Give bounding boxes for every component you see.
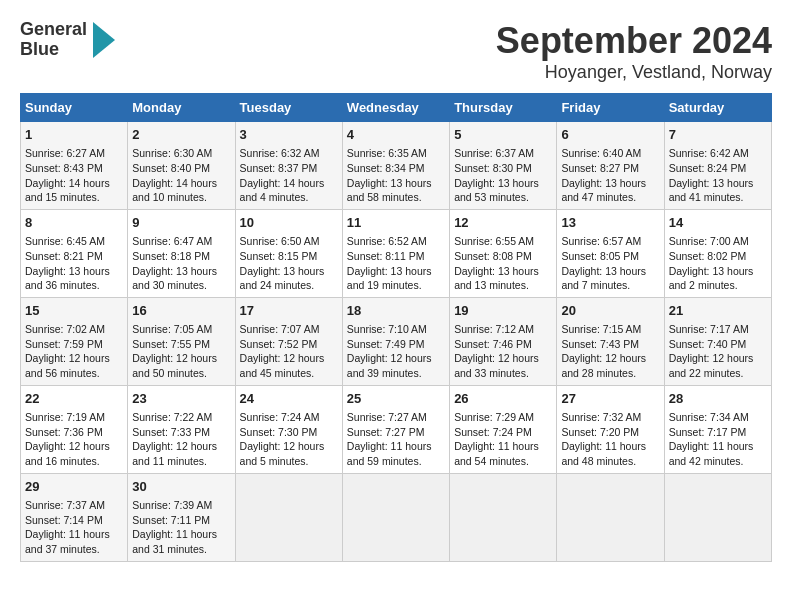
cell-line: and 48 minutes. (561, 454, 659, 469)
cell-line: Sunset: 8:21 PM (25, 249, 123, 264)
calendar-header-cell: Monday (128, 94, 235, 122)
calendar-cell: 26Sunrise: 7:29 AMSunset: 7:24 PMDayligh… (450, 385, 557, 473)
day-number: 25 (347, 390, 445, 408)
day-number: 7 (669, 126, 767, 144)
cell-line: and 33 minutes. (454, 366, 552, 381)
cell-line: Sunrise: 7:17 AM (669, 322, 767, 337)
cell-line: Sunrise: 7:32 AM (561, 410, 659, 425)
calendar-cell: 21Sunrise: 7:17 AMSunset: 7:40 PMDayligh… (664, 297, 771, 385)
cell-line: Sunrise: 6:55 AM (454, 234, 552, 249)
cell-line: and 42 minutes. (669, 454, 767, 469)
calendar-cell: 16Sunrise: 7:05 AMSunset: 7:55 PMDayligh… (128, 297, 235, 385)
calendar-cell: 28Sunrise: 7:34 AMSunset: 7:17 PMDayligh… (664, 385, 771, 473)
cell-line: Sunset: 8:24 PM (669, 161, 767, 176)
title-area: September 2024 Hoyanger, Vestland, Norwa… (496, 20, 772, 83)
calendar-cell: 29Sunrise: 7:37 AMSunset: 7:14 PMDayligh… (21, 473, 128, 561)
cell-line: Daylight: 12 hours (561, 351, 659, 366)
calendar-cell: 15Sunrise: 7:02 AMSunset: 7:59 PMDayligh… (21, 297, 128, 385)
cell-line: and 58 minutes. (347, 190, 445, 205)
day-number: 8 (25, 214, 123, 232)
day-number: 17 (240, 302, 338, 320)
day-number: 1 (25, 126, 123, 144)
cell-line: Sunrise: 6:57 AM (561, 234, 659, 249)
cell-line: Sunset: 7:59 PM (25, 337, 123, 352)
calendar-cell: 13Sunrise: 6:57 AMSunset: 8:05 PMDayligh… (557, 209, 664, 297)
calendar-cell: 8Sunrise: 6:45 AMSunset: 8:21 PMDaylight… (21, 209, 128, 297)
calendar-cell: 25Sunrise: 7:27 AMSunset: 7:27 PMDayligh… (342, 385, 449, 473)
cell-line: Sunrise: 7:15 AM (561, 322, 659, 337)
cell-line: and 59 minutes. (347, 454, 445, 469)
calendar-week-row: 8Sunrise: 6:45 AMSunset: 8:21 PMDaylight… (21, 209, 772, 297)
calendar-cell: 1Sunrise: 6:27 AMSunset: 8:43 PMDaylight… (21, 122, 128, 210)
day-number: 13 (561, 214, 659, 232)
day-number: 3 (240, 126, 338, 144)
cell-line: Daylight: 12 hours (132, 351, 230, 366)
cell-line: Sunset: 7:30 PM (240, 425, 338, 440)
day-number: 5 (454, 126, 552, 144)
cell-line: Sunset: 8:43 PM (25, 161, 123, 176)
cell-line: and 36 minutes. (25, 278, 123, 293)
cell-line: Sunrise: 6:50 AM (240, 234, 338, 249)
day-number: 22 (25, 390, 123, 408)
calendar-cell: 12Sunrise: 6:55 AMSunset: 8:08 PMDayligh… (450, 209, 557, 297)
calendar-cell (235, 473, 342, 561)
calendar-week-row: 15Sunrise: 7:02 AMSunset: 7:59 PMDayligh… (21, 297, 772, 385)
cell-line: Sunset: 7:14 PM (25, 513, 123, 528)
cell-line: Sunset: 7:43 PM (561, 337, 659, 352)
cell-line: Sunrise: 6:52 AM (347, 234, 445, 249)
cell-line: Sunset: 7:40 PM (669, 337, 767, 352)
logo-arrow-icon (93, 22, 115, 58)
cell-line: and 56 minutes. (25, 366, 123, 381)
cell-line: Sunrise: 7:19 AM (25, 410, 123, 425)
day-number: 14 (669, 214, 767, 232)
day-number: 15 (25, 302, 123, 320)
cell-line: and 4 minutes. (240, 190, 338, 205)
cell-line: Sunrise: 7:24 AM (240, 410, 338, 425)
cell-line: Sunset: 8:40 PM (132, 161, 230, 176)
cell-line: and 39 minutes. (347, 366, 445, 381)
cell-line: Daylight: 12 hours (347, 351, 445, 366)
cell-line: Sunrise: 7:00 AM (669, 234, 767, 249)
cell-line: and 13 minutes. (454, 278, 552, 293)
day-number: 28 (669, 390, 767, 408)
calendar-cell: 6Sunrise: 6:40 AMSunset: 8:27 PMDaylight… (557, 122, 664, 210)
cell-line: and 11 minutes. (132, 454, 230, 469)
cell-line: Sunrise: 6:42 AM (669, 146, 767, 161)
cell-line: Daylight: 13 hours (561, 176, 659, 191)
calendar-cell: 3Sunrise: 6:32 AMSunset: 8:37 PMDaylight… (235, 122, 342, 210)
cell-line: Daylight: 14 hours (132, 176, 230, 191)
cell-line: and 50 minutes. (132, 366, 230, 381)
day-number: 29 (25, 478, 123, 496)
cell-line: Sunrise: 6:37 AM (454, 146, 552, 161)
cell-line: Sunrise: 7:12 AM (454, 322, 552, 337)
cell-line: and 22 minutes. (669, 366, 767, 381)
day-number: 19 (454, 302, 552, 320)
cell-line: Sunrise: 7:39 AM (132, 498, 230, 513)
cell-line: Sunset: 8:34 PM (347, 161, 445, 176)
cell-line: and 31 minutes. (132, 542, 230, 557)
cell-line: Sunset: 8:27 PM (561, 161, 659, 176)
cell-line: Sunset: 7:49 PM (347, 337, 445, 352)
day-number: 11 (347, 214, 445, 232)
cell-line: Sunset: 8:15 PM (240, 249, 338, 264)
cell-line: and 7 minutes. (561, 278, 659, 293)
calendar-week-row: 1Sunrise: 6:27 AMSunset: 8:43 PMDaylight… (21, 122, 772, 210)
cell-line: and 37 minutes. (25, 542, 123, 557)
day-number: 20 (561, 302, 659, 320)
calendar-cell: 2Sunrise: 6:30 AMSunset: 8:40 PMDaylight… (128, 122, 235, 210)
cell-line: Daylight: 11 hours (454, 439, 552, 454)
calendar-week-row: 29Sunrise: 7:37 AMSunset: 7:14 PMDayligh… (21, 473, 772, 561)
page-header: General Blue September 2024 Hoyanger, Ve… (20, 20, 772, 83)
calendar-cell: 9Sunrise: 6:47 AMSunset: 8:18 PMDaylight… (128, 209, 235, 297)
cell-line: Daylight: 13 hours (669, 264, 767, 279)
cell-line: Sunrise: 7:02 AM (25, 322, 123, 337)
logo-text: General Blue (20, 20, 87, 60)
day-number: 12 (454, 214, 552, 232)
cell-line: Sunrise: 6:32 AM (240, 146, 338, 161)
calendar-header-cell: Wednesday (342, 94, 449, 122)
cell-line: Daylight: 12 hours (240, 439, 338, 454)
day-number: 21 (669, 302, 767, 320)
cell-line: and 47 minutes. (561, 190, 659, 205)
cell-line: Daylight: 11 hours (132, 527, 230, 542)
cell-line: Daylight: 12 hours (132, 439, 230, 454)
